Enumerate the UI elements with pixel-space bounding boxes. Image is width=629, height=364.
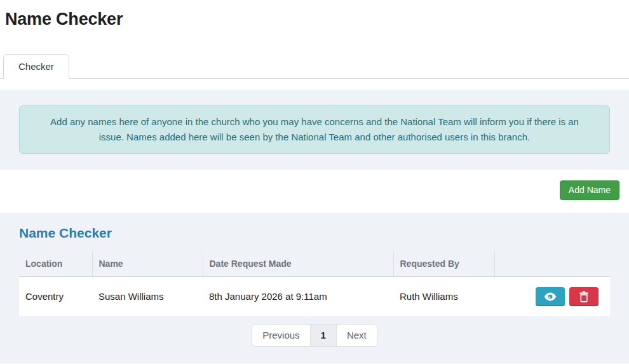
name-checker-table: Location Name Date Request Made Requeste…	[19, 251, 610, 316]
cell-requested-by: Ruth Williams	[393, 277, 494, 317]
card-title: Name Checker	[19, 226, 610, 241]
cell-location: Coventry	[19, 277, 92, 317]
eye-icon	[544, 292, 557, 302]
tab-bar: Checker	[0, 54, 629, 79]
view-button[interactable]	[536, 287, 565, 306]
trash-icon	[579, 291, 589, 302]
column-header-date-request-made: Date Request Made	[203, 251, 393, 277]
table-header-row: Location Name Date Request Made Requeste…	[19, 251, 610, 277]
column-header-name: Name	[92, 251, 203, 277]
column-header-requested-by: Requested By	[393, 251, 494, 277]
cell-actions	[494, 277, 610, 317]
add-name-button[interactable]: Add Name	[560, 180, 619, 200]
cell-date-request-made: 8th January 2026 at 9:11am	[203, 277, 393, 317]
page-title: Name Checker	[5, 9, 629, 30]
tab-checker[interactable]: Checker	[3, 54, 69, 79]
info-alert: Add any names here of anyone in the chur…	[19, 105, 610, 154]
toolbar: Add Name	[0, 170, 629, 213]
column-header-location: Location	[19, 251, 92, 277]
column-header-actions	[494, 251, 610, 277]
delete-button[interactable]	[569, 287, 599, 306]
name-checker-card: Name Checker Location Name Date Request …	[0, 213, 629, 363]
pagination-previous-button[interactable]: Previous	[252, 324, 310, 347]
table-row: Coventry Susan Williams 8th January 2026…	[19, 277, 610, 317]
notice-section: Add any names here of anyone in the chur…	[0, 90, 629, 170]
cell-name: Susan Williams	[92, 277, 203, 317]
pagination-page-1-button[interactable]: 1	[310, 324, 337, 347]
pagination-next-button[interactable]: Next	[336, 324, 377, 347]
pagination: Previous 1 Next	[19, 324, 610, 347]
